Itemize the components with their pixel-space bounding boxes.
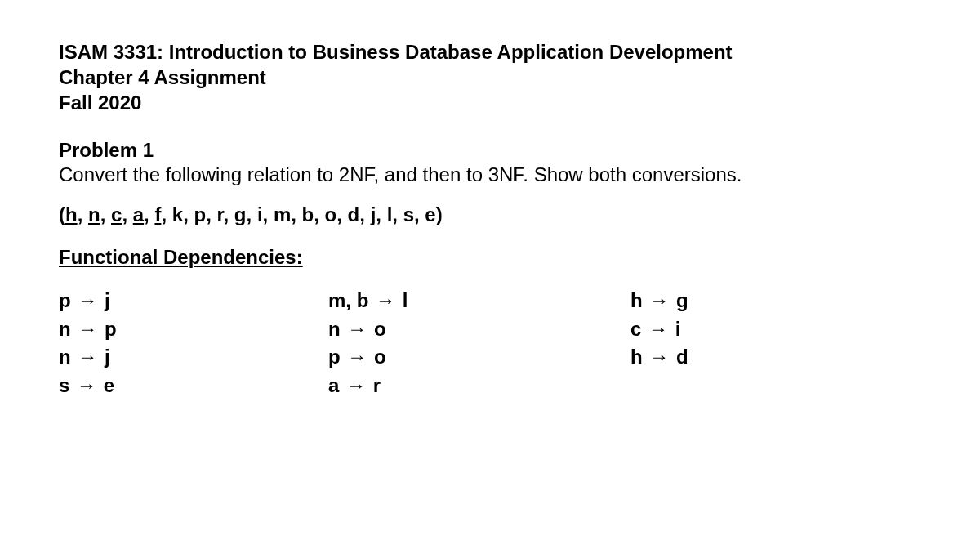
fd-lhs: n [59,346,76,368]
fd-column: p → jn → pn → js → e [59,287,328,400]
attribute: e [425,203,435,225]
functional-dependency: s → e [59,372,328,400]
assignment-document: ISAM 3331: Introduction to Business Data… [0,0,980,433]
separator: , [392,203,403,225]
attribute: b [302,203,314,225]
separator: , [291,203,301,225]
fd-rhs: o [368,346,385,368]
separator: , [224,203,234,225]
fd-column: h → gc → ih → d [630,287,843,400]
separator: , [247,203,257,225]
attribute: d [348,203,360,225]
key-attribute: a [133,203,144,225]
arrow-icon: → [75,372,98,400]
paren-open: ( [59,203,65,225]
fd-rhs: l [397,289,408,311]
arrow-icon: → [76,315,99,344]
separator: , [183,203,194,225]
functional-dependency: m, b → l [328,287,630,315]
term-title: Fall 2020 [59,90,921,115]
separator: , [314,203,324,225]
functional-dependency: h → g [630,287,843,315]
attribute: s [403,203,414,225]
separator: , [336,203,347,225]
arrow-icon: → [647,315,670,344]
course-title: ISAM 3331: Introduction to Business Data… [59,39,921,65]
arrow-icon: → [374,287,397,315]
key-attribute: c [111,203,122,225]
fd-rhs: j [99,289,109,311]
arrow-icon: → [345,372,368,400]
paren-close: ) [436,203,443,225]
fd-rhs: j [99,346,109,368]
separator: , [206,203,216,225]
fd-rhs: o [368,318,385,340]
fd-lhs: p [328,346,345,368]
fd-lhs: n [59,318,76,340]
problem-block: Problem 1 Convert the following relation… [59,139,921,187]
fd-lhs: a [328,374,345,396]
functional-dependency: n → j [59,343,328,372]
fd-rhs: e [98,374,114,396]
separator: , [78,203,88,225]
fd-lhs: n [328,318,345,340]
functional-dependency: p → o [328,343,630,372]
arrow-icon: → [76,287,99,315]
separator: , [161,203,172,225]
separator: , [122,203,132,225]
chapter-title: Chapter 4 Assignment [59,65,921,90]
problem-description: Convert the following relation to 2NF, a… [59,162,921,187]
functional-dependency: p → j [59,287,328,315]
fd-lhs: h [630,289,648,311]
fd-lhs: h [630,346,648,368]
arrow-icon: → [648,287,670,315]
attribute: k [172,203,183,225]
fd-lhs: c [630,318,647,340]
problem-title: Problem 1 [59,139,921,162]
relation-schema: (h, n, c, a, f, k, p, r, g, i, m, b, o, … [59,203,921,226]
functional-dependency: n → p [59,315,328,344]
functional-dependency: n → o [328,315,630,344]
arrow-icon: → [345,315,368,344]
key-attribute: h [65,203,78,225]
separator: , [263,203,274,225]
arrow-icon: → [648,343,670,372]
attribute: o [325,203,337,225]
fd-rhs: d [670,346,688,368]
arrow-icon: → [76,343,99,372]
functional-dependency: c → i [630,315,843,344]
separator: , [414,203,425,225]
key-attribute: n [88,203,100,225]
fd-rhs: i [670,318,680,340]
attribute: p [194,203,206,225]
fd-rhs: r [368,374,381,396]
fd-rhs: p [99,318,116,340]
attribute: g [234,203,247,225]
separator: , [144,203,154,225]
arrow-icon: → [345,343,368,372]
separator: , [100,203,111,225]
separator: , [376,203,386,225]
functional-dependency: a → r [328,372,630,400]
fd-lhs: p [59,289,76,311]
fd-rhs: g [670,289,688,311]
fd-lhs: m, b [328,289,374,311]
fd-column: m, b → ln → op → oa → r [328,287,630,400]
separator: , [359,203,370,225]
attribute: r [217,203,224,225]
fd-lhs: s [59,374,75,396]
fd-header: Functional Dependencies: [59,246,921,269]
functional-dependency: h → d [630,343,843,372]
attribute: m [274,203,291,225]
attribute: i [257,203,263,225]
fd-columns: p → jn → pn → js → em, b → ln → op → oa … [59,287,921,400]
